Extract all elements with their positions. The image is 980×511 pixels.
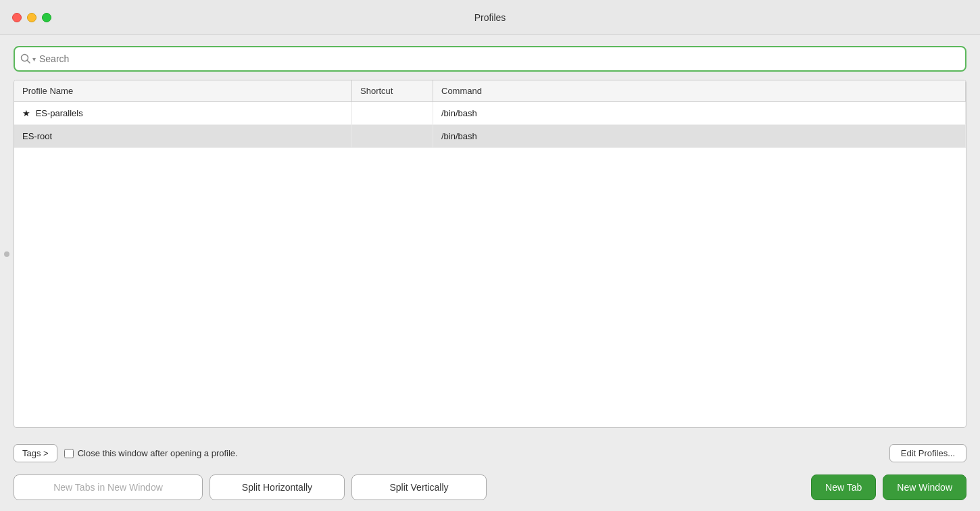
title-bar: Profiles (0, 0, 980, 35)
split-vertically-button[interactable]: Split Vertically (351, 474, 487, 500)
window-controls (12, 13, 51, 22)
split-horizontally-button[interactable]: Split Horizontally (210, 474, 345, 500)
table-body: ★ ES-parallels /bin/bash ES-root /bin/ba… (14, 102, 966, 427)
table-area: Profile Name Shortcut Command ★ ES-paral… (14, 80, 966, 428)
profile-command: /bin/bash (433, 102, 966, 124)
search-icon: ▾ (20, 53, 36, 64)
profile-name-text: ES-root (22, 131, 52, 141)
minimize-button[interactable] (27, 13, 36, 22)
new-window-button[interactable]: New Window (883, 474, 966, 500)
svg-line-1 (28, 61, 30, 64)
close-window-text: Close this window after opening a profil… (78, 448, 238, 458)
header-command: Command (433, 80, 966, 101)
maximize-button[interactable] (42, 13, 51, 22)
new-tab-button[interactable]: New Tab (811, 474, 876, 500)
table-row[interactable]: ★ ES-parallels /bin/bash (14, 102, 966, 125)
new-tabs-button[interactable]: New Tabs in New Window (14, 474, 203, 500)
tags-button[interactable]: Tags > (14, 444, 57, 462)
action-bar: New Tabs in New Window Split Horizontall… (0, 468, 980, 511)
close-button[interactable] (12, 13, 22, 22)
search-container: ▾ (14, 46, 966, 72)
window-title: Profiles (474, 12, 506, 23)
table-header: Profile Name Shortcut Command (14, 80, 966, 102)
profile-name-text: ES-parallels (36, 108, 83, 118)
scroll-indicator (4, 251, 9, 257)
bottom-left: Tags > Close this window after opening a… (14, 444, 238, 462)
edit-profiles-button[interactable]: Edit Profiles... (889, 444, 966, 462)
header-name: Profile Name (14, 80, 352, 101)
header-shortcut: Shortcut (352, 80, 433, 101)
close-window-checkbox[interactable] (64, 449, 74, 458)
main-content: ▾ Profile Name Shortcut Command ★ ES-par… (0, 35, 980, 439)
close-window-label[interactable]: Close this window after opening a profil… (64, 448, 238, 458)
profiles-table: Profile Name Shortcut Command ★ ES-paral… (14, 80, 966, 428)
profile-name: ES-root (14, 125, 352, 147)
search-input[interactable] (14, 46, 966, 72)
table-row[interactable]: ES-root /bin/bash (14, 125, 966, 148)
profile-name: ★ ES-parallels (14, 102, 352, 124)
profile-shortcut (352, 125, 433, 147)
bottom-bar: Tags > Close this window after opening a… (0, 439, 980, 468)
star-icon: ★ (22, 108, 30, 118)
profile-command: /bin/bash (433, 125, 966, 147)
profile-shortcut (352, 102, 433, 124)
